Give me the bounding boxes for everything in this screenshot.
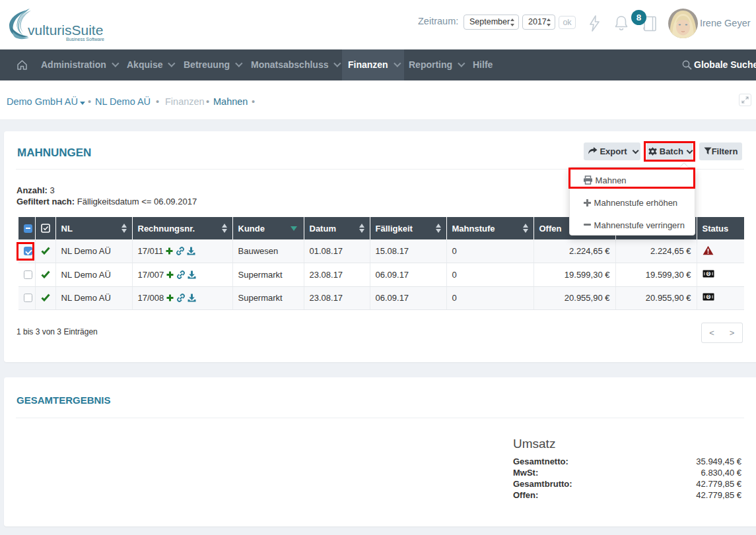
svg-text:0: 0 [707, 295, 710, 299]
svg-text:0: 0 [707, 271, 710, 276]
